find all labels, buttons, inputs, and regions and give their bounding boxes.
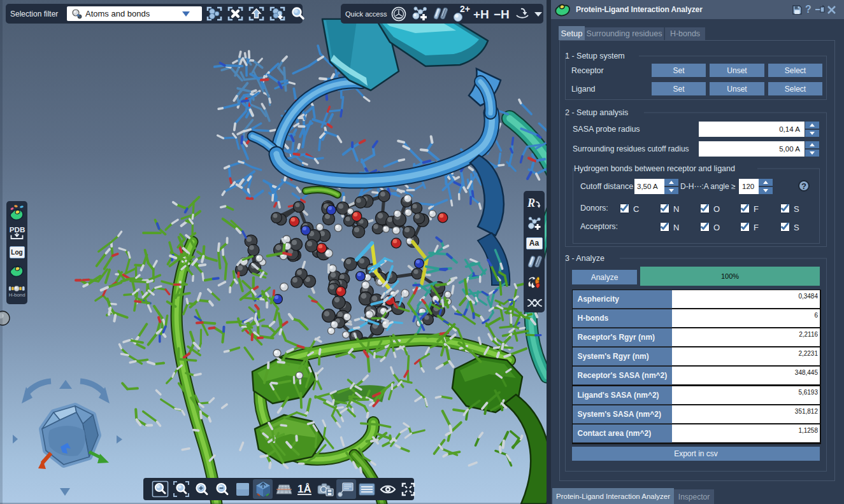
svg-text:2+: 2+ bbox=[460, 4, 470, 14]
svg-text:R: R bbox=[527, 197, 535, 209]
svg-text:1Å: 1Å bbox=[297, 483, 311, 495]
svg-text:−H: −H bbox=[494, 8, 510, 21]
svg-text:PDB: PDB bbox=[10, 225, 25, 234]
svg-text:+H: +H bbox=[473, 8, 489, 21]
svg-text:H-bond: H-bond bbox=[9, 292, 25, 298]
